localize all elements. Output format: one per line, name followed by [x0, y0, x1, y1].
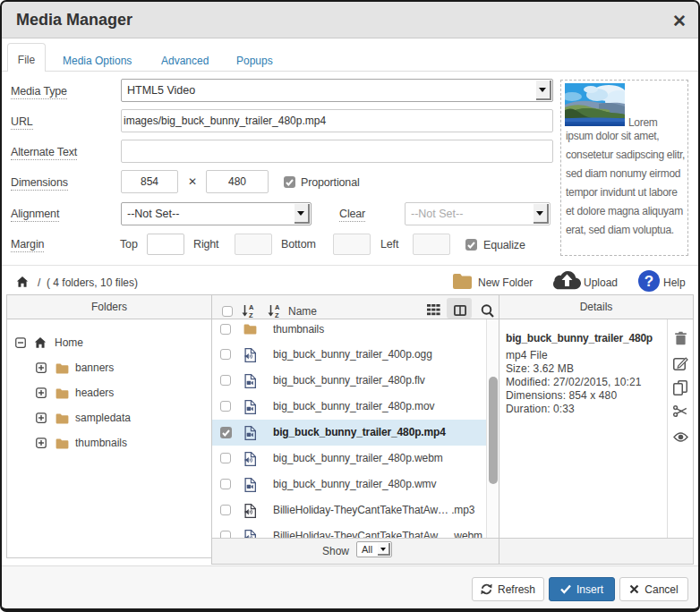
svg-text:Z: Z: [275, 311, 279, 319]
svg-text:?: ?: [645, 273, 653, 290]
svg-text:Z: Z: [249, 311, 253, 319]
